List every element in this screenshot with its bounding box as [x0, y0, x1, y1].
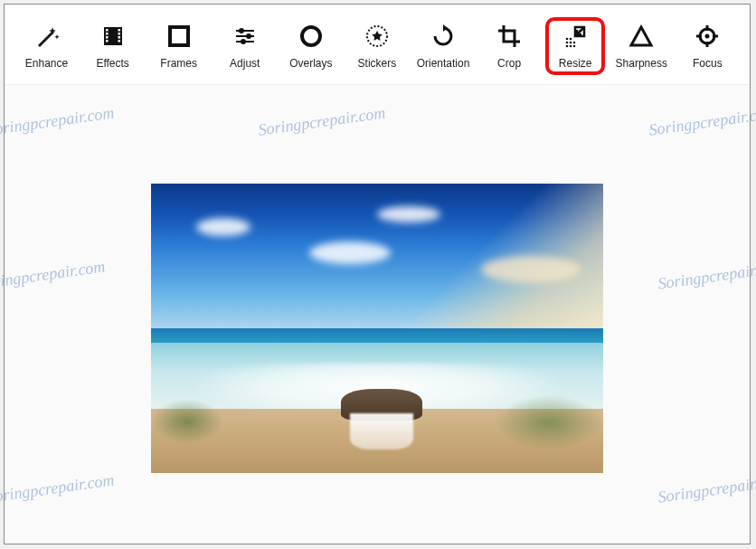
svg-rect-8	[118, 40, 120, 43]
film-icon	[99, 23, 127, 50]
resize-tool[interactable]: Resize	[545, 17, 605, 75]
svg-point-22	[570, 42, 572, 44]
svg-rect-6	[118, 33, 120, 35]
tool-label: Crop	[497, 57, 521, 70]
canvas-area: Soringpcrepair.com Soringpcrepair.com So…	[5, 85, 750, 544]
orientation-tool[interactable]: Orientation	[413, 17, 473, 75]
enhance-tool[interactable]: Enhance	[17, 17, 77, 75]
svg-rect-5	[118, 29, 120, 32]
resize-icon	[562, 23, 589, 50]
wand-icon	[33, 23, 61, 50]
tool-label: Focus	[693, 57, 723, 70]
svg-point-23	[573, 42, 576, 44]
toolbar: Enhance Effects Frames Adjust Overlays	[5, 5, 750, 85]
svg-rect-9	[170, 27, 188, 45]
stickers-tool[interactable]: Stickers	[347, 17, 407, 75]
tool-label: Orientation	[417, 57, 470, 70]
triangle-icon	[628, 23, 655, 50]
tool-label: Adjust	[230, 57, 260, 70]
svg-point-16	[302, 27, 320, 45]
svg-point-20	[570, 38, 572, 41]
svg-point-24	[566, 45, 569, 48]
rotate-icon	[430, 23, 457, 50]
watermark: Soringpcrepair.com	[647, 103, 756, 140]
tool-label: Overlays	[289, 57, 332, 70]
tool-label: Enhance	[25, 57, 68, 70]
square-icon	[165, 23, 193, 50]
svg-rect-1	[106, 29, 109, 32]
focus-tool[interactable]: Focus	[677, 17, 737, 75]
watermark: Soringpcrepair.com	[657, 470, 756, 507]
sharpness-tool[interactable]: Sharpness	[611, 17, 671, 75]
effects-tool[interactable]: Effects	[83, 17, 143, 75]
circle-icon	[298, 23, 325, 50]
adjust-tool[interactable]: Adjust	[215, 17, 275, 75]
edited-photo[interactable]	[151, 184, 603, 473]
tool-label: Effects	[96, 57, 128, 70]
star-circle-icon	[364, 23, 391, 50]
overlays-tool[interactable]: Overlays	[281, 17, 341, 75]
svg-point-11	[239, 28, 244, 33]
tool-label: Frames	[160, 57, 197, 70]
tool-label: Stickers	[358, 57, 397, 70]
svg-point-25	[570, 45, 572, 48]
sliders-icon	[232, 23, 259, 50]
tool-label: Sharpness	[616, 57, 667, 70]
svg-rect-4	[106, 40, 109, 43]
svg-point-15	[241, 39, 246, 44]
svg-rect-3	[106, 36, 109, 39]
target-icon	[694, 23, 721, 50]
watermark: Soringpcrepair.com	[657, 257, 756, 294]
svg-point-13	[246, 33, 251, 39]
svg-rect-2	[106, 33, 109, 35]
crop-tool[interactable]: Crop	[479, 17, 539, 75]
svg-point-19	[566, 38, 569, 41]
photo-editor-app: Enhance Effects Frames Adjust Overlays	[4, 4, 751, 544]
frames-tool[interactable]: Frames	[149, 17, 209, 75]
watermark: Soringpcrepair.com	[0, 103, 116, 140]
crop-icon	[496, 23, 523, 50]
svg-rect-7	[118, 36, 120, 39]
watermark: Soringpcrepair.com	[0, 257, 107, 294]
watermark: Soringpcrepair.com	[257, 103, 386, 140]
watermark: Soringpcrepair.com	[0, 470, 116, 507]
svg-point-21	[566, 42, 569, 44]
svg-point-26	[573, 45, 576, 48]
tool-label: Resize	[559, 57, 592, 70]
svg-point-28	[705, 34, 710, 39]
